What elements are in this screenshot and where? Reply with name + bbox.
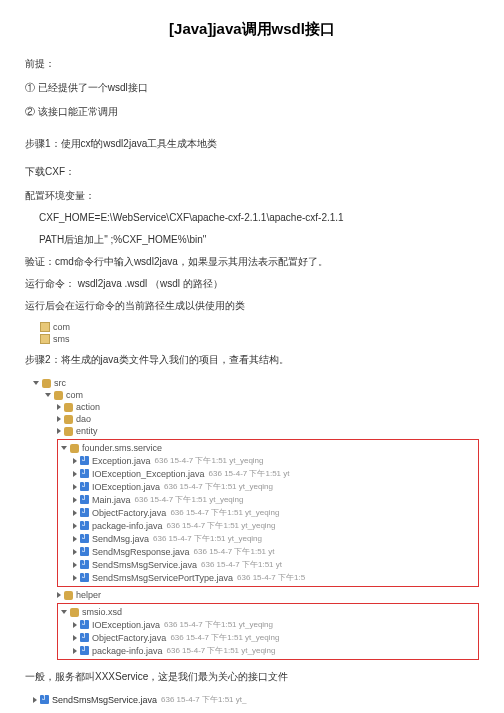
file-row: ObjectFactory.java636 15-4-7 下午1:51 yt_y… [73,631,475,644]
java-icon [80,620,89,629]
file-name: SendMsg.java [92,534,149,544]
java-icon [80,495,89,504]
java-icon [40,695,49,704]
java-icon [80,646,89,655]
file-row: Main.java636 15-4-7 下午1:51 yt_yeqing [73,493,475,506]
pkg-icon [70,608,79,617]
file-name: Exception.java [92,456,151,466]
verify-line: 验证：cmd命令⾏中输⼊wsdl2java，如果显⽰其⽤法表⽰配置好了。 [25,255,479,269]
collapse-icon [73,549,77,555]
expand-icon [33,381,39,385]
folder-icon [40,334,50,344]
env-line-2: PATH后追加上" ;%CXF_HOME%\bin" [25,233,479,247]
premise-item-1: ① 已经提供了⼀个wsdl接⼝ [25,81,479,95]
pkg-icon [54,391,63,400]
premise-label: 前提： [25,57,479,71]
expand-icon [61,446,67,450]
pkg-icon [64,427,73,436]
file-meta: 636 15-4-7 下午1:51 yt_yeqing [153,533,262,544]
pkg-icon [64,415,73,424]
file-meta: 636 15-4-7 下午1:51 yt [194,546,275,557]
file-row: ObjectFactory.java636 15-4-7 下午1:51 yt_y… [73,506,475,519]
file-meta: 636 15-4-7 下午1:51 yt_yeqing [167,520,276,531]
collapse-icon [57,428,61,434]
java-icon [80,573,89,582]
file-name: ObjectFactory.java [92,633,166,643]
collapse-icon [73,536,77,542]
file-row: SendMsg.java636 15-4-7 下午1:51 yt_yeqing [73,532,475,545]
collapse-icon [73,562,77,568]
java-icon [80,456,89,465]
pkg-icon [64,591,73,600]
collapse-icon [73,635,77,641]
file-row: SendSmsMsgServicePortType.java636 15-4-7… [73,571,475,584]
collapse-icon [73,458,77,464]
collapse-icon [73,497,77,503]
simple-tree: com sms [40,321,479,345]
src-label: src [54,378,66,388]
file-name: package-info.java [92,521,163,531]
java-icon [80,521,89,530]
file-meta: 636 15-4-7 下午1:51 yt [201,559,282,570]
collapse-icon [73,575,77,581]
collapse-icon [33,697,37,703]
pkg-icon [64,403,73,412]
java-icon [80,560,89,569]
file-meta: 636 15-4-7 下午1:5 [237,572,305,583]
pkg-entity: entity [76,426,98,436]
page-title: [Java]java调⽤wsdl接⼝ [25,20,479,39]
file-row: IOException_Exception.java636 15-4-7 下午1… [73,467,475,480]
java-icon [80,534,89,543]
tree-com: com [53,322,70,332]
env-line-1: CXF_HOME=E:\WebService\CXF\apache-cxf-2.… [25,211,479,225]
collapse-icon [57,416,61,422]
file-meta: 636 15-4-7 下午1:51 yt_yeqing [164,481,273,492]
founder-box: founder.sms.service Exception.java636 15… [57,439,479,587]
file-row: package-info.java636 15-4-7 下午1:51 yt_ye… [73,644,475,657]
collapse-icon [73,622,77,628]
file-name: IOException.java [92,620,160,630]
file-row: SendMsgResponse.java636 15-4-7 下午1:51 yt [73,545,475,558]
file-row: IOException.java636 15-4-7 下午1:51 yt_yeq… [73,618,475,631]
project-tree: src com action dao entity founder.sms.se… [33,377,479,660]
java-icon [80,469,89,478]
file-name: SendMsgResponse.java [92,547,190,557]
step1-heading: 步骤1：使⽤cxf的wsdl2java⼯具⽣成本地类 [25,137,479,151]
founder-pkg: founder.sms.service [82,443,162,453]
pkg-helper: helper [76,590,101,600]
file-meta: 636 15-4-7 下午1:51 yt_yeqing [170,632,279,643]
collapse-icon [73,510,77,516]
pkg-icon [70,444,79,453]
expand-icon [45,393,51,397]
file-meta: 636 15-4-7 下午1:51 yt_yeqing [164,619,273,630]
collapse-icon [73,648,77,654]
file-row: Exception.java636 15-4-7 下午1:51 yt_yeqin… [73,454,475,467]
file-row: package-info.java636 15-4-7 下午1:51 yt_ye… [73,519,475,532]
file-row: IOException.java636 15-4-7 下午1:51 yt_yeq… [73,480,475,493]
file-name: Main.java [92,495,131,505]
file-name: IOException_Exception.java [92,469,205,479]
java-icon [80,547,89,556]
service-file-row: SendSmsMsgService.java 636 15-4-7 下午1:51… [33,694,479,705]
src-icon [42,379,51,388]
pkg-action: action [76,402,100,412]
java-icon [80,508,89,517]
service-file-meta: 636 15-4-7 下午1:51 yt_ [161,694,246,705]
file-meta: 636 15-4-7 下午1:51 yt_yeqing [170,507,279,518]
expand-icon [61,610,67,614]
file-name: IOException.java [92,482,160,492]
com-label: com [66,390,83,400]
step2-note: ⼀般，服务都叫XXXService，这是我们最为关⼼的接⼝⽂件 [25,670,479,684]
service-file-name: SendSmsMsgService.java [52,695,157,705]
collapse-icon [57,404,61,410]
file-name: SendSmsMsgService.java [92,560,197,570]
run-note-line: 运⾏后会在运⾏命令的当前路径⽣成以供使⽤的类 [25,299,479,313]
file-name: package-info.java [92,646,163,656]
file-name: SendSmsMsgServicePortType.java [92,573,233,583]
tree-sms: sms [53,334,70,344]
file-meta: 636 15-4-7 下午1:51 yt [209,468,290,479]
env-label: 配置环境变量： [25,189,479,203]
java-icon [80,482,89,491]
download-label: 下载CXF： [25,165,479,179]
folder-icon [40,322,50,332]
